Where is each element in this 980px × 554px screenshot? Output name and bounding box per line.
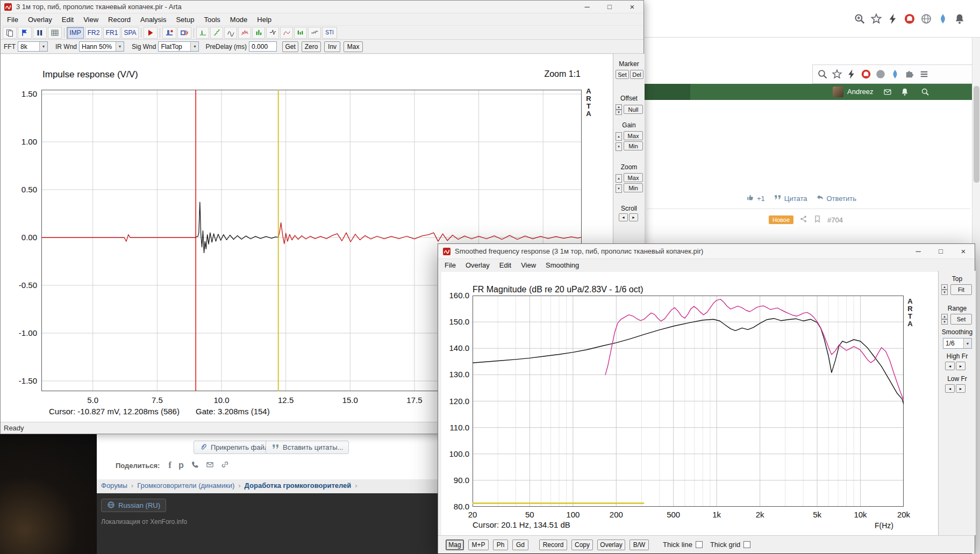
mode-button-fr2[interactable]: FR2: [85, 27, 102, 39]
high-fr-left-button[interactable]: ◄: [945, 362, 955, 370]
mail-icon[interactable]: [883, 88, 892, 98]
zoom-down-button[interactable]: ▼: [616, 184, 622, 193]
fr-button-ph[interactable]: Ph: [493, 539, 508, 550]
profile-icon[interactable]: [875, 69, 886, 80]
marker-del-button[interactable]: Del: [630, 70, 643, 79]
analysis-icon-3[interactable]: [224, 27, 237, 39]
offset-up-button[interactable]: ▲: [616, 104, 622, 110]
menu-file[interactable]: File: [2, 16, 23, 24]
analysis-icon-8[interactable]: [294, 27, 307, 39]
quote-link[interactable]: Цитата: [774, 193, 807, 203]
generator-tool-icon[interactable]: [177, 27, 191, 39]
minimize-button[interactable]: ─: [576, 1, 598, 13]
scroll-right-button[interactable]: ►: [629, 213, 638, 221]
mode-button-fr1[interactable]: FR1: [103, 27, 120, 39]
analysis-icon-1[interactable]: [196, 27, 209, 39]
pinterest-icon[interactable]: p: [178, 461, 184, 470]
bookmark-star-icon[interactable]: [832, 69, 842, 80]
alerts-bell-icon[interactable]: [900, 88, 909, 98]
zoom-min-button[interactable]: Min: [624, 183, 643, 192]
lightning-icon[interactable]: [887, 13, 899, 25]
menu-setup[interactable]: Setup: [171, 16, 199, 24]
fr-plot[interactable]: [473, 296, 904, 507]
titlebar[interactable]: 3 1м тор, пиб, прополис тканевый копачек…: [1, 1, 643, 13]
menu-smoothing[interactable]: Smoothing: [541, 261, 584, 269]
plus-one-link[interactable]: +1: [746, 193, 765, 203]
share-icon[interactable]: [799, 215, 807, 225]
reply-link[interactable]: Ответить: [816, 193, 857, 203]
gain-up-button[interactable]: ▲: [616, 132, 622, 141]
stop-icon[interactable]: [33, 27, 47, 39]
fr-close-button[interactable]: ×: [952, 244, 975, 258]
offset-down-button[interactable]: ▼: [616, 110, 622, 115]
analysis-icon-7[interactable]: [280, 27, 293, 39]
new-file-icon[interactable]: [3, 27, 17, 39]
email-icon[interactable]: [206, 461, 214, 470]
whatsapp-icon[interactable]: [191, 461, 199, 470]
sti-button[interactable]: STI: [322, 27, 337, 39]
fr-button-b-w[interactable]: B/W: [630, 539, 649, 550]
photo-attachment[interactable]: [0, 434, 97, 554]
analysis-icon-2[interactable]: [210, 27, 223, 39]
zoom-icon[interactable]: [854, 13, 865, 25]
analysis-icon-6[interactable]: [266, 27, 279, 39]
notification-bell-icon[interactable]: [954, 13, 965, 25]
impedance-tool-icon[interactable]: [162, 27, 176, 39]
drop-icon[interactable]: [890, 69, 900, 80]
low-fr-right-button[interactable]: ►: [956, 384, 965, 393]
range-down-button[interactable]: ▼: [941, 319, 948, 325]
fr-button-copy[interactable]: Copy: [571, 539, 593, 550]
language-button[interactable]: Russian (RU): [101, 499, 166, 512]
menu-file[interactable]: File: [440, 261, 461, 269]
menu-record[interactable]: Record: [103, 16, 135, 24]
post-number-link[interactable]: #704: [827, 216, 843, 224]
scrollbar-thumb[interactable]: [974, 86, 979, 183]
facebook-icon[interactable]: f: [168, 460, 171, 471]
fr-button-gd[interactable]: Gd: [512, 539, 528, 550]
sig-wnd-select[interactable]: FlatTop▼: [158, 41, 199, 52]
search-icon[interactable]: [921, 88, 929, 98]
menu-mode[interactable]: Mode: [225, 16, 253, 24]
zoom-up-button[interactable]: ▲: [616, 174, 622, 183]
gain-min-button[interactable]: Min: [624, 141, 643, 150]
menu-tools[interactable]: Tools: [199, 16, 225, 24]
offset-null-button[interactable]: Null: [624, 105, 643, 114]
drop-icon[interactable]: [937, 13, 949, 25]
fr-button-record[interactable]: Record: [539, 539, 567, 550]
analysis-icon-4[interactable]: [238, 27, 251, 39]
menu-overlay[interactable]: Overlay: [461, 261, 495, 269]
adblock-icon[interactable]: [904, 13, 915, 25]
smoothing-select[interactable]: 1/6▼: [943, 338, 972, 349]
scroll-left-button[interactable]: ◄: [619, 213, 628, 221]
low-fr-left-button[interactable]: ◄: [945, 384, 955, 393]
fr-button-mag[interactable]: Mag: [446, 539, 464, 550]
close-button[interactable]: ×: [621, 1, 643, 13]
analysis-icon-9[interactable]: [308, 27, 321, 39]
table-icon[interactable]: [48, 27, 62, 39]
thick-grid-checkbox[interactable]: [743, 541, 750, 548]
get-button[interactable]: Get: [282, 41, 298, 52]
high-fr-right-button[interactable]: ►: [956, 362, 965, 370]
fr-minimize-button[interactable]: ─: [907, 244, 929, 258]
menu-edit[interactable]: Edit: [495, 261, 516, 269]
analysis-icon-5[interactable]: [252, 27, 265, 39]
top-down-button[interactable]: ▼: [941, 290, 948, 295]
avatar[interactable]: [833, 87, 843, 97]
extensions-puzzle-icon[interactable]: [904, 69, 915, 80]
fr-maximize-button[interactable]: □: [929, 244, 952, 258]
globe-icon[interactable]: [920, 13, 932, 25]
record-play-button[interactable]: [144, 27, 158, 39]
lightning-icon[interactable]: [846, 69, 857, 80]
username-link[interactable]: Andreez: [847, 84, 873, 100]
inv-button[interactable]: Inv: [324, 41, 340, 52]
menu-view[interactable]: View: [516, 261, 541, 269]
thick-line-checkbox[interactable]: [696, 541, 703, 548]
fr-button-overlay[interactable]: Overlay: [597, 539, 625, 550]
search-icon[interactable]: [817, 69, 828, 80]
fr-titlebar[interactable]: Smoothed frequency response (3 1м тор, п…: [438, 244, 975, 259]
max-button[interactable]: Max: [344, 41, 363, 52]
bookmark-icon[interactable]: [813, 215, 821, 225]
link-icon[interactable]: [221, 461, 229, 470]
breadcrumb-link-3[interactable]: Доработка громкоговорителей: [245, 481, 352, 490]
mode-button-imp[interactable]: IMP: [67, 27, 84, 39]
